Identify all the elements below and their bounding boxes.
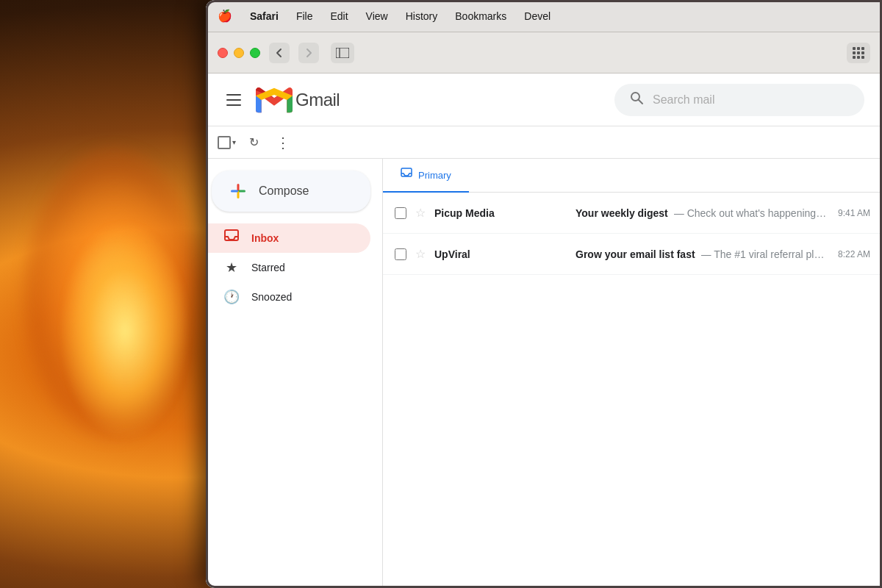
svg-rect-8 — [225, 230, 238, 240]
gmail-toolbar: ▾ ↻ ⋮ — [206, 126, 882, 159]
fullscreen-button[interactable] — [250, 48, 260, 58]
search-icon — [629, 90, 644, 109]
svg-line-3 — [639, 100, 643, 104]
compose-plus-icon — [229, 182, 247, 200]
inbox-label: Inbox — [251, 232, 279, 244]
checkbox-box — [218, 136, 231, 149]
gmail-main-panel: Primary ☆ Picup Media Your weekly digest… — [382, 159, 882, 588]
back-button[interactable] — [269, 43, 290, 63]
sidebar-toggle-button[interactable] — [331, 43, 354, 63]
menu-view[interactable]: View — [366, 10, 388, 22]
email-star-icon[interactable]: ☆ — [415, 206, 426, 220]
sidebar-item-starred[interactable]: ★ Starred — [206, 253, 370, 282]
email-checkbox[interactable] — [395, 207, 406, 219]
gmail-sidebar: Compose Inbox ★ Starred 🕐 Snoozed — [206, 159, 382, 588]
compose-button[interactable]: Compose — [212, 171, 370, 212]
search-input[interactable]: Search mail — [653, 93, 850, 107]
browser-toolbar — [206, 32, 882, 74]
snoozed-label: Snoozed — [251, 291, 292, 303]
menu-edit[interactable]: Edit — [330, 10, 348, 22]
email-time: 8:22 AM — [838, 249, 870, 259]
email-preview: — The #1 viral referral platform... — [701, 248, 829, 260]
table-row[interactable]: ☆ UpViral Grow your email list fast — Th… — [383, 234, 882, 275]
refresh-button[interactable]: ↻ — [242, 131, 265, 154]
sidebar-item-snoozed[interactable]: 🕐 Snoozed — [206, 282, 370, 312]
inbox-icon — [223, 229, 240, 248]
menu-file[interactable]: File — [296, 10, 313, 22]
select-dropdown-icon: ▾ — [232, 138, 236, 146]
forward-button[interactable] — [298, 43, 319, 63]
table-row[interactable]: ☆ Picup Media Your weekly digest — Check… — [383, 193, 882, 234]
svg-rect-4 — [237, 184, 240, 191]
gmail-logo: Gmail — [256, 85, 340, 115]
hamburger-line-3 — [226, 104, 241, 106]
traffic-lights — [218, 48, 260, 58]
menu-history[interactable]: History — [406, 10, 438, 22]
email-time: 9:41 AM — [838, 208, 870, 218]
minimize-button[interactable] — [234, 48, 244, 58]
tab-primary[interactable]: Primary — [383, 159, 469, 193]
email-content: Grow your email list fast — The #1 viral… — [576, 248, 829, 260]
email-checkbox[interactable] — [395, 248, 406, 260]
email-star-icon[interactable]: ☆ — [415, 247, 426, 261]
tab-primary-label: Primary — [418, 170, 451, 181]
mac-window-frame: 🍎 Safari File Edit View History Bookmark… — [206, 0, 882, 588]
close-button[interactable] — [218, 48, 228, 58]
email-preview: — Check out what's happening this week..… — [674, 207, 829, 219]
tab-overview-button[interactable] — [847, 43, 870, 63]
email-sender: UpViral — [434, 248, 567, 260]
menu-safari[interactable]: Safari — [250, 10, 279, 22]
sidebar-item-inbox[interactable]: Inbox — [206, 223, 370, 253]
email-subject: Grow your email list fast — [576, 248, 695, 260]
search-bar[interactable]: Search mail — [614, 84, 864, 116]
menu-bar: 🍎 Safari File Edit View History Bookmark… — [206, 0, 882, 32]
compose-label: Compose — [259, 184, 309, 198]
star-icon: ★ — [223, 259, 240, 276]
svg-rect-5 — [238, 190, 245, 193]
gmail-body: Compose Inbox ★ Starred 🕐 Snoozed — [206, 159, 882, 588]
email-sender: Picup Media — [434, 207, 567, 219]
hamburger-menu-button[interactable] — [223, 91, 244, 109]
gmail-m-icon — [256, 85, 293, 115]
menu-develop[interactable]: Devel — [524, 10, 551, 22]
tab-primary-icon — [401, 168, 412, 182]
svg-rect-6 — [237, 191, 240, 198]
email-subject: Your weekly digest — [576, 207, 668, 219]
inbox-tabs: Primary — [383, 159, 882, 193]
hamburger-line-2 — [226, 99, 241, 101]
apple-menu[interactable]: 🍎 — [218, 9, 232, 23]
svg-rect-7 — [231, 190, 238, 193]
email-list: ☆ Picup Media Your weekly digest — Check… — [383, 193, 882, 275]
gmail-wordmark: Gmail — [295, 90, 340, 110]
gmail-content-area: Gmail Search mail ▾ ↻ ⋮ — [206, 74, 882, 588]
email-content: Your weekly digest — Check out what's ha… — [576, 207, 829, 219]
clock-icon: 🕐 — [223, 289, 240, 305]
starred-label: Starred — [251, 262, 285, 273]
hamburger-line-1 — [226, 94, 241, 96]
gmail-header: Gmail Search mail — [206, 74, 882, 126]
select-all-checkbox[interactable]: ▾ — [218, 136, 236, 149]
more-options-button[interactable]: ⋮ — [271, 131, 295, 154]
menu-bookmarks[interactable]: Bookmarks — [455, 10, 506, 22]
svg-rect-0 — [336, 48, 349, 58]
